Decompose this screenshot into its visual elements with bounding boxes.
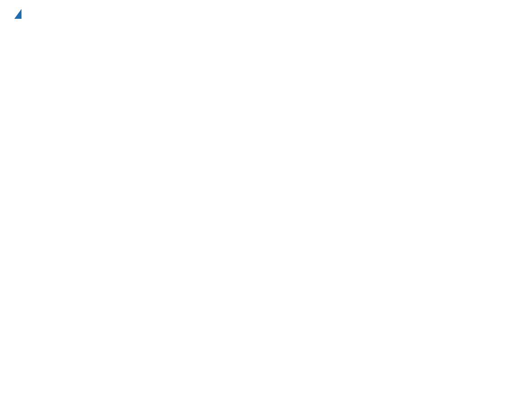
page-header: [13, 9, 519, 19]
logo: [13, 9, 23, 19]
logo-triangle-icon: [14, 9, 21, 19]
